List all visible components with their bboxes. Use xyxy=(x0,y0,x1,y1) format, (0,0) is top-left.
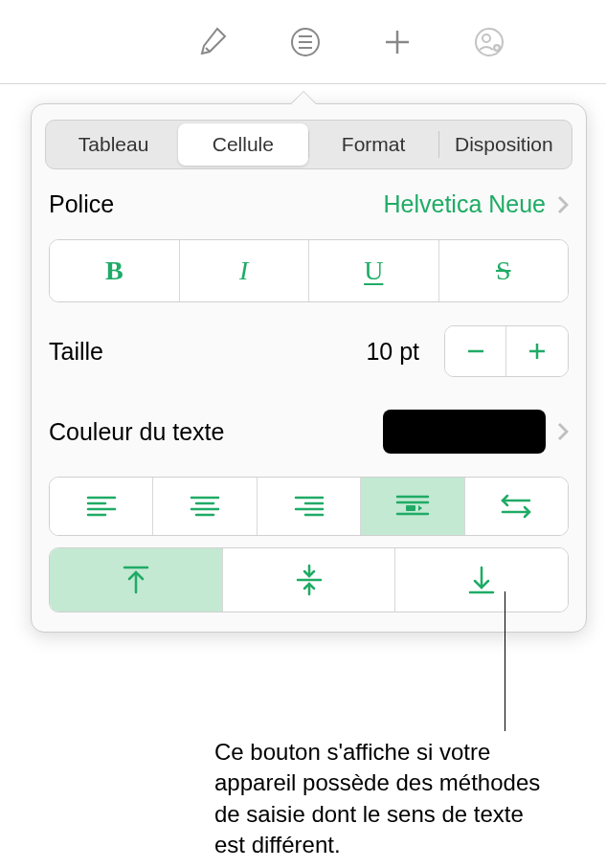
font-label: Police xyxy=(49,190,114,218)
strikethrough-icon: S xyxy=(496,256,511,286)
size-value: 10 pt xyxy=(366,338,419,366)
size-label: Taille xyxy=(49,338,356,366)
underline-button[interactable]: U xyxy=(309,240,439,301)
svg-rect-29 xyxy=(406,505,415,511)
size-row: Taille 10 pt xyxy=(32,312,586,396)
format-popover: Tableau Cellule Format Disposition Polic… xyxy=(31,103,587,633)
align-right-button[interactable] xyxy=(258,478,361,535)
font-value: Helvetica Neue xyxy=(383,190,569,218)
tab-tableau[interactable]: Tableau xyxy=(49,123,178,166)
plus-icon[interactable] xyxy=(380,25,415,59)
tab-segmented-control: Tableau Cellule Format Disposition xyxy=(45,120,572,169)
text-direction-button[interactable] xyxy=(465,478,568,535)
align-justify-button[interactable] xyxy=(361,478,464,535)
bold-button[interactable]: B xyxy=(50,240,180,301)
italic-icon: I xyxy=(239,256,248,286)
size-increase-button[interactable] xyxy=(506,326,568,376)
callout-line xyxy=(505,591,505,731)
strikethrough-button[interactable]: S xyxy=(439,240,569,301)
font-row[interactable]: Police Helvetica Neue xyxy=(32,169,586,239)
valign-top-button[interactable] xyxy=(50,548,223,612)
tab-cellule[interactable]: Cellule xyxy=(178,123,307,166)
horizontal-align-row xyxy=(49,477,569,536)
list-icon[interactable] xyxy=(288,25,323,59)
chevron-right-icon xyxy=(557,422,569,441)
valign-middle-button[interactable] xyxy=(223,548,396,612)
text-color-row[interactable]: Couleur du texte xyxy=(32,396,586,477)
svg-point-7 xyxy=(483,34,490,42)
text-color-label: Couleur du texte xyxy=(49,418,371,446)
popover-arrow xyxy=(290,92,317,105)
bold-icon: B xyxy=(105,256,123,286)
align-center-button[interactable] xyxy=(153,478,257,535)
chevron-right-icon xyxy=(557,195,569,214)
valign-bottom-button[interactable] xyxy=(395,548,568,612)
brush-icon[interactable] xyxy=(196,25,231,59)
underline-icon: U xyxy=(364,256,383,286)
tab-disposition[interactable]: Disposition xyxy=(439,123,569,166)
collaborate-icon[interactable] xyxy=(472,25,506,59)
vertical-align-row xyxy=(49,547,569,612)
top-toolbar xyxy=(0,0,606,84)
text-style-buttons: B I U S xyxy=(49,239,569,302)
size-stepper xyxy=(444,325,569,377)
align-left-button[interactable] xyxy=(50,478,153,535)
font-value-text: Helvetica Neue xyxy=(383,190,546,218)
italic-button[interactable]: I xyxy=(180,240,310,301)
tab-format[interactable]: Format xyxy=(309,123,438,166)
text-color-swatch[interactable] xyxy=(383,410,546,454)
callout-text: Ce bouton s'affiche si votre appareil po… xyxy=(214,737,553,861)
size-decrease-button[interactable] xyxy=(445,326,506,376)
